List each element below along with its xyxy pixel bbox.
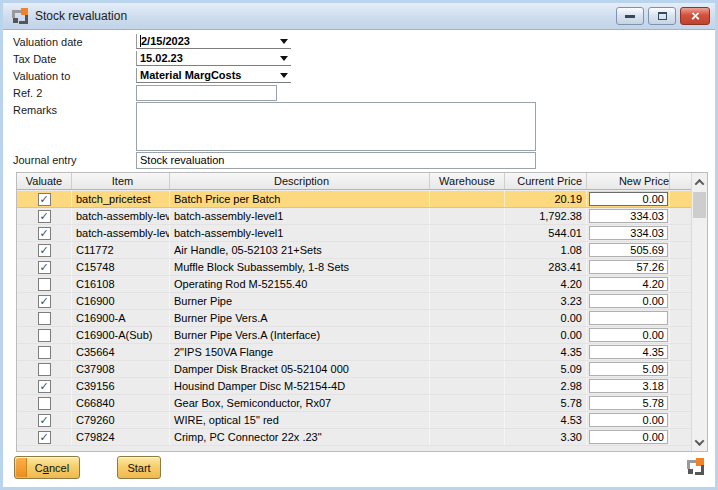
description-cell[interactable]: Burner Pipe — [170, 293, 430, 309]
chevron-down-icon[interactable] — [280, 39, 288, 44]
description-cell[interactable]: Operating Rod M-52155.40 — [170, 276, 430, 292]
item-cell[interactable]: C39156 — [72, 378, 170, 394]
table-row[interactable]: C356642"IPS 150VA Flange4.354.35 — [17, 344, 691, 361]
column-header-item[interactable]: Item — [72, 173, 170, 189]
item-cell[interactable]: batch_pricetest — [72, 191, 170, 207]
item-cell[interactable]: batch-assembly-lev... — [72, 225, 170, 241]
valuate-checkbox[interactable] — [38, 295, 51, 308]
warehouse-cell[interactable] — [430, 225, 505, 241]
warehouse-cell[interactable] — [430, 276, 505, 292]
start-button[interactable]: Start — [117, 456, 161, 479]
scroll-up-button[interactable] — [692, 174, 707, 190]
description-cell[interactable]: WIRE, optical 15" red — [170, 412, 430, 428]
description-cell[interactable]: Air Handle, 05-52103 21+Sets — [170, 242, 430, 258]
item-cell[interactable]: C16900-A — [72, 310, 170, 326]
valuate-checkbox[interactable] — [38, 329, 51, 342]
journal-entry-input[interactable]: Stock revaluation — [136, 152, 536, 169]
valuate-checkbox[interactable] — [38, 363, 51, 376]
item-cell[interactable]: batch-assembly-lev... — [72, 208, 170, 224]
tax-date-field[interactable]: 15.02.23 — [136, 51, 291, 66]
warehouse-cell[interactable] — [430, 191, 505, 207]
description-cell[interactable]: Burner Pipe Vers.A (Interface) — [170, 327, 430, 343]
table-row[interactable]: C39156Housind Damper Disc M-52154-4D2.98… — [17, 378, 691, 395]
item-cell[interactable]: C16900-A(Sub) — [72, 327, 170, 343]
remarks-textarea[interactable] — [136, 102, 536, 151]
description-cell[interactable]: Housind Damper Disc M-52154-4D — [170, 378, 430, 394]
warehouse-cell[interactable] — [430, 293, 505, 309]
item-cell[interactable]: C37908 — [72, 361, 170, 377]
new-price-input[interactable]: 0.00 — [589, 413, 668, 427]
column-header-new-price[interactable]: New Price — [587, 173, 670, 189]
scrollbar-thumb[interactable] — [693, 192, 706, 218]
warehouse-cell[interactable] — [430, 327, 505, 343]
item-cell[interactable]: C66840 — [72, 395, 170, 411]
description-cell[interactable]: Muffle Block Subassembly, 1-8 Sets — [170, 259, 430, 275]
new-price-input[interactable]: 0.00 — [589, 430, 668, 444]
maximize-button[interactable] — [648, 7, 676, 25]
new-price-input[interactable]: 4.20 — [589, 277, 668, 291]
valuate-checkbox[interactable] — [38, 312, 51, 325]
new-price-input[interactable] — [589, 311, 668, 325]
new-price-input[interactable]: 57.26 — [589, 260, 668, 274]
minimize-button[interactable] — [616, 7, 644, 25]
vertical-scrollbar[interactable] — [691, 173, 707, 451]
warehouse-cell[interactable] — [430, 344, 505, 360]
table-row[interactable]: C11772Air Handle, 05-52103 21+Sets1.0850… — [17, 242, 691, 259]
warehouse-cell[interactable] — [430, 429, 505, 445]
item-cell[interactable]: C16108 — [72, 276, 170, 292]
cancel-button[interactable]: Cancel — [14, 456, 80, 479]
warehouse-cell[interactable] — [430, 259, 505, 275]
item-cell[interactable]: C79824 — [72, 429, 170, 445]
new-price-input[interactable]: 5.78 — [589, 396, 668, 410]
table-row[interactable]: batch-assembly-lev...batch-assembly-leve… — [17, 208, 691, 225]
table-row[interactable]: C37908Damper Disk Bracket 05-52104 0005.… — [17, 361, 691, 378]
table-row[interactable]: C79260WIRE, optical 15" red4.530.00 — [17, 412, 691, 429]
item-cell[interactable]: C16900 — [72, 293, 170, 309]
valuate-checkbox[interactable] — [38, 380, 51, 393]
table-row[interactable]: C16900-A(Sub)Burner Pipe Vers.A (Interfa… — [17, 327, 691, 344]
warehouse-cell[interactable] — [430, 361, 505, 377]
table-row[interactable]: C66840Gear Box, Semiconductor, Rx075.785… — [17, 395, 691, 412]
warehouse-cell[interactable] — [430, 395, 505, 411]
column-header-current-price[interactable]: Current Price — [505, 173, 587, 189]
chevron-down-icon[interactable] — [280, 56, 288, 61]
column-header-description[interactable]: Description — [170, 173, 430, 189]
description-cell[interactable]: batch-assembly-level1 — [170, 208, 430, 224]
item-cell[interactable]: C79260 — [72, 412, 170, 428]
table-row[interactable]: C16900Burner Pipe3.230.00 — [17, 293, 691, 310]
item-cell[interactable]: C15748 — [72, 259, 170, 275]
valuate-checkbox[interactable] — [38, 397, 51, 410]
new-price-input[interactable]: 505.69 — [589, 243, 668, 257]
valuate-checkbox[interactable] — [38, 278, 51, 291]
valuate-checkbox[interactable] — [38, 431, 51, 444]
new-price-input[interactable]: 334.03 — [589, 209, 668, 223]
ref2-input[interactable] — [136, 85, 277, 101]
valuate-checkbox[interactable] — [38, 210, 51, 223]
valuate-checkbox[interactable] — [38, 346, 51, 359]
chevron-down-icon[interactable] — [280, 73, 288, 78]
warehouse-cell[interactable] — [430, 310, 505, 326]
description-cell[interactable]: Damper Disk Bracket 05-52104 000 — [170, 361, 430, 377]
table-row[interactable]: C79824Crimp, PC Connector 22x .23"3.300.… — [17, 429, 691, 446]
description-cell[interactable]: Crimp, PC Connector 22x .23" — [170, 429, 430, 445]
table-row[interactable]: batch-assembly-lev...batch-assembly-leve… — [17, 225, 691, 242]
table-row[interactable]: batch_pricetestBatch Price per Batch20.1… — [17, 191, 691, 208]
new-price-input[interactable]: 5.09 — [589, 362, 668, 376]
valuate-checkbox[interactable] — [38, 227, 51, 240]
description-cell[interactable]: Burner Pipe Vers.A — [170, 310, 430, 326]
valuate-checkbox[interactable] — [38, 414, 51, 427]
description-cell[interactable]: Gear Box, Semiconductor, Rx07 — [170, 395, 430, 411]
description-cell[interactable]: Batch Price per Batch — [170, 191, 430, 207]
scroll-down-button[interactable] — [692, 434, 707, 450]
valuation-to-field[interactable]: Material MargCosts — [136, 68, 291, 83]
valuate-checkbox[interactable] — [38, 193, 51, 206]
item-cell[interactable]: C11772 — [72, 242, 170, 258]
warehouse-cell[interactable] — [430, 412, 505, 428]
resize-grip-icon[interactable] — [687, 458, 705, 475]
table-row[interactable]: C16108Operating Rod M-52155.404.204.20 — [17, 276, 691, 293]
close-button[interactable] — [680, 7, 710, 25]
item-cell[interactable]: C35664 — [72, 344, 170, 360]
description-cell[interactable]: 2"IPS 150VA Flange — [170, 344, 430, 360]
column-header-valuate[interactable]: Valuate — [17, 173, 72, 189]
warehouse-cell[interactable] — [430, 242, 505, 258]
